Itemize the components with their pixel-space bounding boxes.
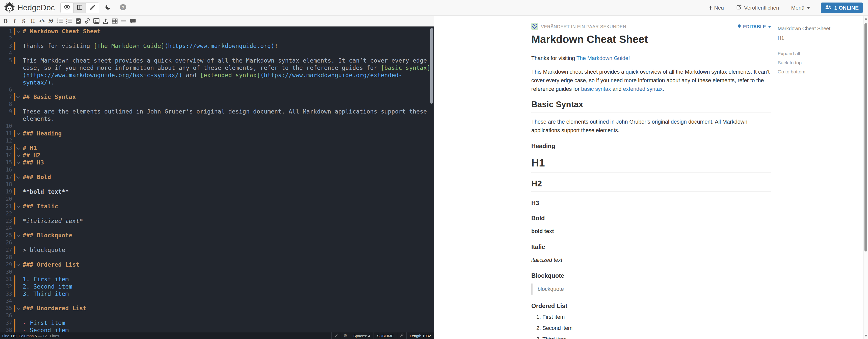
new-note-button[interactable]: + Neu	[703, 0, 730, 15]
preview-link[interactable]: basic syntax	[581, 86, 611, 92]
editor-line: 5This Markdown cheat sheet provides a qu…	[0, 57, 434, 64]
online-users-button[interactable]: 1 ONLINE	[821, 2, 863, 13]
fold-chevron-icon[interactable]	[16, 152, 21, 158]
editor-line: 2	[0, 35, 434, 42]
brand-name: HedgeDoc	[18, 3, 55, 12]
editor-line: 3Thanks for visiting [The Markdown Guide…	[0, 42, 434, 50]
fold-chevron-icon[interactable]	[16, 305, 21, 311]
fold-chevron-icon[interactable]	[16, 29, 21, 34]
changed-line-marker	[14, 283, 16, 290]
preview-heading: H2	[531, 178, 771, 192]
editor-line: 29### Ordered List	[0, 261, 434, 268]
toc-action-go-to-bottom[interactable]: Go to bottom	[778, 69, 856, 75]
changed-line-marker	[14, 290, 16, 297]
navbar: HedgeDoc ? + Neu	[0, 0, 868, 15]
preferences-button[interactable]	[397, 333, 406, 339]
ordered-list-icon[interactable]: 123	[65, 16, 74, 26]
editor-line: case, so if you need more information ab…	[0, 64, 434, 71]
hedgedoc-logo[interactable]: HedgeDoc	[3, 1, 55, 14]
changed-line-marker	[14, 93, 16, 101]
changed-line-marker	[14, 327, 16, 333]
status-bar: Line 119, Columns 5 — 121 Lines ⚙ Spaces…	[0, 333, 434, 339]
editor-line: 28	[0, 254, 434, 261]
fold-chevron-icon[interactable]	[16, 131, 21, 136]
table-of-contents: Markdown Cheat SheetH1Expand allBack to …	[778, 26, 856, 78]
changed-line-marker	[14, 57, 16, 64]
check-list-icon[interactable]	[74, 16, 83, 26]
changed-line-marker	[14, 319, 16, 327]
horizontal-rule-icon[interactable]	[119, 16, 128, 26]
comment-icon[interactable]	[128, 16, 137, 26]
scrollbar-thumb[interactable]	[865, 23, 867, 251]
preview-pane: VERÄNDERT IN EIN PAAR SEKUNDEN EDITABLE …	[438, 15, 864, 339]
split-divider[interactable]	[434, 15, 438, 339]
image-icon[interactable]	[92, 16, 101, 26]
code-icon[interactable]: </>	[37, 16, 46, 26]
view-mode-edit-button[interactable]	[86, 2, 99, 13]
editor-settings-button[interactable]: ⚙	[341, 333, 350, 339]
permission-label: EDITABLE	[743, 24, 766, 30]
view-mode-split-button[interactable]	[73, 2, 86, 13]
preview-heading: Bold	[531, 214, 771, 222]
editor-scrollbar-thumb[interactable]	[430, 28, 433, 104]
editor-pane[interactable]: 1# Markdown Cheat Sheet23Thanks for visi…	[0, 27, 434, 333]
toc-entry[interactable]: Markdown Cheat Sheet	[778, 26, 856, 32]
editor-line: 36	[0, 312, 434, 319]
link-icon[interactable]	[83, 16, 92, 26]
preview-text: .	[662, 86, 664, 92]
scroll-up-arrow-icon[interactable]	[865, 18, 868, 20]
fold-chevron-icon[interactable]	[16, 233, 21, 238]
author-avatar	[531, 23, 538, 31]
fold-chevron-icon[interactable]	[16, 160, 21, 165]
toc-action-expand-all[interactable]: Expand all	[778, 51, 856, 57]
toc-entry[interactable]: H1	[778, 35, 856, 41]
fold-chevron-icon[interactable]	[16, 204, 21, 209]
preview-header: VERÄNDERT IN EIN PAAR SEKUNDEN EDITABLE	[531, 23, 771, 30]
online-count-label: 1 ONLINE	[834, 5, 859, 11]
document-length: Length 1932	[406, 333, 434, 339]
fold-chevron-icon[interactable]	[16, 174, 21, 180]
help-button[interactable]: ?	[116, 3, 129, 13]
fold-chevron-icon[interactable]	[16, 145, 21, 151]
editor-line: 9These are the elements outlined in John…	[0, 108, 434, 115]
italic-icon[interactable]: I	[10, 16, 19, 26]
changed-line-marker	[14, 151, 16, 159]
publish-button[interactable]: Veröffentlichen	[730, 0, 785, 15]
heading-icon[interactable]: H	[28, 16, 37, 26]
changed-line-marker	[14, 232, 16, 239]
rendered-markdown: Markdown Cheat SheetThanks for visiting …	[531, 33, 771, 339]
scroll-down-arrow-icon[interactable]	[865, 335, 868, 337]
changed-line-marker	[14, 217, 16, 225]
quote-icon[interactable]: ”	[46, 16, 56, 26]
keymap-setting[interactable]: SUBLIME	[374, 333, 397, 339]
editor-line: syntax/).	[0, 79, 434, 86]
preview-document: VERÄNDERT IN EIN PAAR SEKUNDEN EDITABLE …	[531, 23, 771, 339]
editor-lines: 1# Markdown Cheat Sheet23Thanks for visi…	[0, 28, 434, 333]
editor-toolbar: BISH</>”123	[0, 15, 434, 27]
fold-chevron-icon[interactable]	[16, 94, 21, 100]
wrench-icon	[400, 334, 404, 338]
bold-icon[interactable]: B	[1, 16, 10, 26]
menu-label: Menü	[791, 5, 805, 11]
preview-link[interactable]: extended syntax	[623, 86, 662, 92]
unordered-list-icon[interactable]	[56, 16, 65, 26]
editor-line: 34	[0, 297, 434, 305]
preview-heading: Ordered List	[531, 302, 771, 310]
upload-icon[interactable]	[101, 16, 110, 26]
view-mode-preview-button[interactable]	[60, 2, 73, 13]
preview-heading: Markdown Cheat Sheet	[531, 33, 771, 49]
toc-action-back-to-top[interactable]: Back to top	[778, 60, 856, 66]
fold-chevron-icon[interactable]	[16, 262, 21, 267]
menu-dropdown[interactable]: Menü	[785, 0, 816, 15]
preview-heading: H3	[531, 199, 771, 207]
night-mode-button[interactable]	[101, 3, 114, 13]
preview-paragraph: Thanks for visiting The Markdown Guide!	[531, 54, 771, 63]
indentation-setting[interactable]: Spaces: 4	[350, 333, 374, 339]
strikethrough-icon[interactable]: S	[19, 16, 28, 26]
permission-dropdown[interactable]: EDITABLE	[737, 24, 771, 30]
cursor-position: Line 119, Columns 5 — 121 Lines	[0, 334, 59, 338]
table-icon[interactable]	[110, 16, 119, 26]
navbar-right: + Neu Veröffentlichen Menü 1 ONLINE	[703, 0, 863, 15]
preview-link[interactable]: The Markdown Guide	[577, 55, 628, 61]
editor-line: 37- First item	[0, 319, 434, 327]
